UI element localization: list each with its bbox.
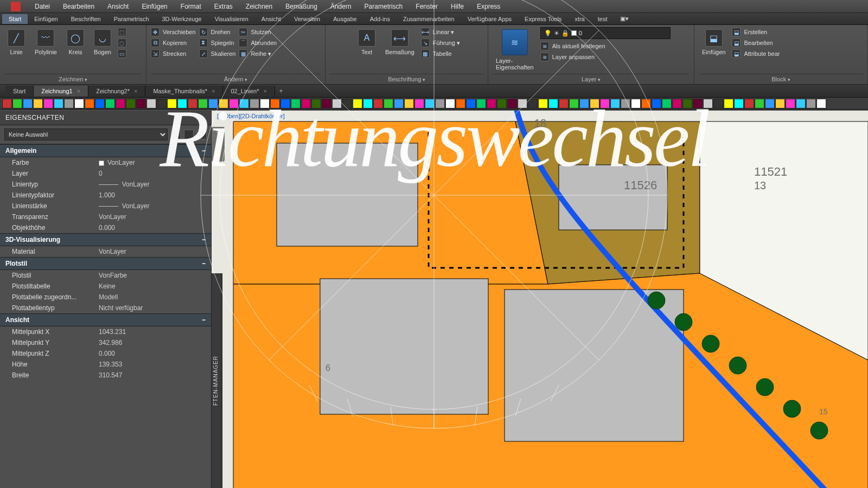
skalieren-button[interactable]: ⤢Skalieren: [199, 49, 236, 59]
block-erstellen-button[interactable]: ⬓Erstellen: [732, 27, 780, 37]
draw-extra-button[interactable]: ◌: [118, 38, 126, 48]
toolbar-icon[interactable]: [734, 99, 744, 108]
kreis-button[interactable]: ◯Kreis: [63, 27, 87, 57]
prop-row[interactable]: PlottabellentypNicht verfügbar: [0, 303, 211, 313]
ribbon-tab-parametrisch[interactable]: Parametrisch: [107, 14, 156, 24]
toolbar-icon[interactable]: [652, 99, 661, 108]
block-attribute-bear-button[interactable]: ⬓Attribute bear: [732, 49, 780, 59]
toolbar-icon[interactable]: [682, 99, 692, 108]
toolbar-icon[interactable]: [126, 99, 136, 108]
toolbar-icon[interactable]: [672, 99, 682, 108]
dimension-button[interactable]: ⟷Bemaßung: [382, 27, 418, 57]
toolbar-icon[interactable]: [713, 99, 723, 108]
layer-dropdown[interactable]: 💡 ☀ 🔒 0: [540, 27, 671, 39]
toolbar-icon[interactable]: [590, 99, 599, 108]
ribbon-tab-express-tools[interactable]: Express Tools: [518, 14, 568, 24]
toolbar-icon[interactable]: [538, 99, 548, 108]
manager-tab[interactable]: FTEN-MANAGER: [212, 273, 222, 488]
tabelle-button[interactable]: ▦Tabelle: [421, 49, 460, 59]
prop-row[interactable]: PlotstilVonFarbe: [0, 270, 211, 281]
toolbar-icon[interactable]: [146, 99, 156, 108]
toolbar-icon[interactable]: [435, 99, 445, 108]
prop-row[interactable]: PlotstiltabelleKeine: [0, 281, 211, 292]
toolbar-icon[interactable]: [74, 99, 84, 108]
prop-row[interactable]: Breite310.547: [0, 370, 211, 381]
prop-row[interactable]: Linientypfaktor1.000: [0, 190, 211, 201]
menu-parametrisch[interactable]: Parametrisch: [358, 3, 410, 10]
toolbar-icon[interactable]: [219, 99, 228, 108]
stutzen-button[interactable]: ✂Stutzen: [239, 27, 277, 37]
prop-row[interactable]: MaterialVonLayer: [0, 246, 211, 257]
toolbar-icon[interactable]: [311, 99, 321, 108]
menu-express[interactable]: Express: [470, 3, 507, 10]
bogen-button[interactable]: ◡Bogen: [91, 27, 114, 57]
menu-einfügen[interactable]: Einfügen: [135, 3, 174, 10]
ribbon-tab-einfügen[interactable]: Einfügen: [28, 14, 64, 24]
führung-button[interactable]: ↘Führung ▾: [421, 38, 460, 48]
toolbar-icon[interactable]: [363, 99, 373, 108]
prop-row[interactable]: Plottabelle zugeordn...Modell: [0, 292, 211, 303]
toolbar-icon[interactable]: [579, 99, 589, 108]
ribbon-tab-test[interactable]: test: [591, 14, 614, 24]
toolbar-icon[interactable]: [167, 99, 177, 108]
toolbar-icon[interactable]: [796, 99, 806, 108]
toolbar-icon[interactable]: [2, 99, 12, 108]
toolbar-icon[interactable]: [384, 99, 393, 108]
prop-row[interactable]: Höhe139.353: [0, 359, 211, 370]
toolbar-icon[interactable]: [786, 99, 795, 108]
menu-bemaßung[interactable]: Bemaßung: [279, 3, 324, 10]
pickadd-icon[interactable]: [184, 130, 194, 139]
menu-zeichnen[interactable]: Zeichnen: [239, 3, 279, 10]
workspace-switcher-icon[interactable]: ▣▾: [614, 14, 635, 24]
toolbar-icon[interactable]: [528, 99, 538, 108]
close-icon[interactable]: ×: [212, 88, 215, 94]
nav-hand-icon[interactable]: ✋: [214, 151, 222, 159]
doc-tab-zeichnung1[interactable]: Zeichnung1×: [34, 86, 88, 97]
ribbon-tab-beschriften[interactable]: Beschriften: [65, 14, 107, 24]
toolbar-icon[interactable]: [641, 99, 651, 108]
toolbar-icon[interactable]: [157, 99, 167, 108]
toolbar-icon[interactable]: [693, 99, 703, 108]
ribbon-tab-ansicht[interactable]: Ansicht: [255, 14, 288, 24]
prop-row[interactable]: Mittelpunkt X1043.231: [0, 326, 211, 337]
ribbon-tab-verfügbare-apps[interactable]: Verfügbare Apps: [461, 14, 518, 24]
prop-row[interactable]: Linienstärke——— VonLayer: [0, 201, 211, 211]
prop-section-3d-visualisierung[interactable]: 3D-Visualisierung−: [0, 233, 211, 246]
drawing-canvas[interactable]: [-][Oben][2D-Drahtkörper] − ⌂ ✋ FTEN-MAN…: [212, 111, 868, 488]
toolbar-icon[interactable]: [559, 99, 569, 108]
nav-minus-icon[interactable]: −: [214, 129, 222, 138]
ribbon-tab-verwalten[interactable]: Verwalten: [288, 14, 327, 24]
toolbar-icon[interactable]: [724, 99, 733, 108]
toolbar-icon[interactable]: [12, 99, 22, 108]
toolbar-icon[interactable]: [744, 99, 754, 108]
nav-home-icon[interactable]: ⌂: [214, 140, 222, 149]
viewport-label[interactable]: [-][Oben][2D-Drahtkörper]: [217, 113, 285, 119]
menu-hilfe[interactable]: Hilfe: [444, 3, 470, 10]
menu-fenster[interactable]: Fenster: [409, 3, 444, 10]
insert-block-button[interactable]: ⬓Einfügen: [699, 27, 729, 57]
toolbar-icon[interactable]: [600, 99, 610, 108]
menu-format[interactable]: Format: [174, 3, 208, 10]
toolbar-icon[interactable]: [198, 99, 208, 108]
new-tab-button[interactable]: +: [275, 87, 287, 95]
reihe-button[interactable]: ▦Reihe ▾: [239, 49, 277, 59]
toolbar-icon[interactable]: [136, 99, 146, 108]
doc-tab-start[interactable]: Start: [5, 86, 34, 97]
prop-row[interactable]: Objekthöhe0.000: [0, 222, 211, 233]
toolbar-icon[interactable]: [569, 99, 579, 108]
toolbar-icon[interactable]: [270, 99, 280, 108]
doc-tab-maskethumbnails[interactable]: Maske_Thumbnails*×: [145, 86, 223, 97]
prop-row[interactable]: Linientyp——— VonLayer: [0, 179, 211, 190]
toolbar-icon[interactable]: [414, 99, 424, 108]
layer-layer-anpassen-button[interactable]: ≋Layer anpassen: [540, 52, 671, 62]
drehen-button[interactable]: ↻Drehen: [199, 27, 236, 37]
linear-button[interactable]: ⟷Linear ▾: [421, 27, 460, 37]
toolbar-icon[interactable]: [703, 99, 713, 108]
menu-ansicht[interactable]: Ansicht: [101, 3, 135, 10]
toolbar-icon[interactable]: [353, 99, 362, 108]
toolbar-icon[interactable]: [322, 99, 331, 108]
toolbar-icon[interactable]: [54, 99, 63, 108]
toolbar-icon[interactable]: [23, 99, 33, 108]
toolbar-icon[interactable]: [85, 99, 94, 108]
toolbar-icon[interactable]: [64, 99, 74, 108]
